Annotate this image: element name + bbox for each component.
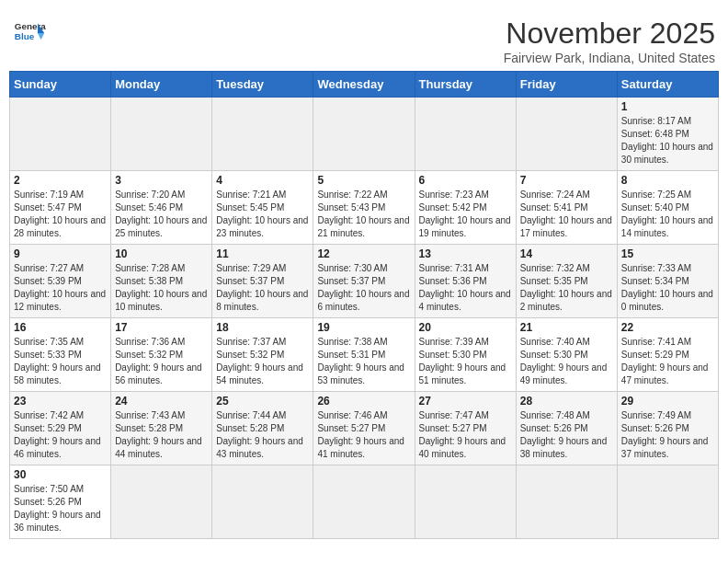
table-row: 7Sunrise: 7:24 AM Sunset: 5:41 PM Daylig…	[516, 171, 617, 245]
day-number: 23	[14, 395, 107, 408]
day-info: Sunrise: 7:37 AM Sunset: 5:32 PM Dayligh…	[216, 336, 309, 387]
day-info: Sunrise: 7:46 AM Sunset: 5:27 PM Dayligh…	[317, 409, 410, 461]
day-info: Sunrise: 7:22 AM Sunset: 5:43 PM Dayligh…	[317, 189, 410, 240]
table-row	[415, 465, 516, 539]
svg-text:Blue: Blue	[15, 31, 35, 41]
table-row	[212, 98, 313, 171]
table-row: 20Sunrise: 7:39 AM Sunset: 5:30 PM Dayli…	[415, 318, 516, 392]
table-row: 13Sunrise: 7:31 AM Sunset: 5:36 PM Dayli…	[415, 245, 516, 318]
table-row	[415, 98, 516, 171]
day-info: Sunrise: 7:27 AM Sunset: 5:39 PM Dayligh…	[14, 262, 107, 314]
day-number: 26	[317, 395, 410, 408]
day-info: Sunrise: 7:44 AM Sunset: 5:28 PM Dayligh…	[216, 409, 309, 461]
day-info: Sunrise: 7:33 AM Sunset: 5:34 PM Dayligh…	[621, 262, 714, 314]
table-row: 14Sunrise: 7:32 AM Sunset: 5:35 PM Dayli…	[516, 245, 617, 318]
day-number: 24	[115, 395, 208, 408]
day-info: Sunrise: 7:35 AM Sunset: 5:33 PM Dayligh…	[14, 336, 107, 387]
table-row: 30Sunrise: 7:50 AM Sunset: 5:26 PM Dayli…	[10, 465, 111, 539]
table-row: 21Sunrise: 7:40 AM Sunset: 5:30 PM Dayli…	[516, 318, 617, 392]
day-number: 22	[621, 321, 714, 334]
day-info: Sunrise: 7:28 AM Sunset: 5:38 PM Dayligh…	[115, 262, 208, 314]
day-info: Sunrise: 7:50 AM Sunset: 5:26 PM Dayligh…	[14, 483, 107, 534]
day-info: Sunrise: 7:36 AM Sunset: 5:32 PM Dayligh…	[115, 336, 208, 387]
day-number: 19	[317, 321, 410, 334]
page-header: General Blue November 2025 Fairview Park…	[9, 9, 719, 71]
header-monday: Monday	[111, 72, 212, 98]
title-block: November 2025 Fairview Park, Indiana, Un…	[504, 17, 715, 65]
table-row: 9Sunrise: 7:27 AM Sunset: 5:39 PM Daylig…	[10, 245, 111, 318]
header-thursday: Thursday	[415, 72, 516, 98]
table-row: 17Sunrise: 7:36 AM Sunset: 5:32 PM Dayli…	[111, 318, 212, 392]
table-row	[617, 465, 718, 539]
day-info: Sunrise: 7:24 AM Sunset: 5:41 PM Dayligh…	[520, 189, 613, 240]
day-number: 21	[520, 321, 613, 334]
header-sunday: Sunday	[10, 72, 111, 98]
table-row: 2Sunrise: 7:19 AM Sunset: 5:47 PM Daylig…	[10, 171, 111, 245]
day-info: Sunrise: 7:29 AM Sunset: 5:37 PM Dayligh…	[216, 262, 309, 314]
day-info: Sunrise: 7:25 AM Sunset: 5:40 PM Dayligh…	[621, 189, 714, 240]
day-number: 25	[216, 395, 309, 408]
table-row	[516, 465, 617, 539]
day-number: 2	[14, 174, 107, 187]
day-number: 28	[520, 395, 613, 408]
svg-marker-3	[38, 33, 44, 40]
calendar-table: Sunday Monday Tuesday Wednesday Thursday…	[9, 71, 719, 539]
table-row	[111, 465, 212, 539]
table-row: 4Sunrise: 7:21 AM Sunset: 5:45 PM Daylig…	[212, 171, 313, 245]
day-info: Sunrise: 7:21 AM Sunset: 5:45 PM Dayligh…	[216, 189, 309, 240]
location: Fairview Park, Indiana, United States	[504, 51, 715, 65]
weekday-header-row: Sunday Monday Tuesday Wednesday Thursday…	[10, 72, 719, 98]
header-friday: Friday	[516, 72, 617, 98]
day-number: 27	[419, 395, 512, 408]
day-number: 20	[419, 321, 512, 334]
day-info: Sunrise: 7:23 AM Sunset: 5:42 PM Dayligh…	[419, 189, 512, 240]
day-number: 8	[621, 174, 714, 187]
day-number: 6	[419, 174, 512, 187]
day-info: Sunrise: 7:19 AM Sunset: 5:47 PM Dayligh…	[14, 189, 107, 240]
day-info: Sunrise: 7:40 AM Sunset: 5:30 PM Dayligh…	[520, 336, 613, 387]
table-row: 11Sunrise: 7:29 AM Sunset: 5:37 PM Dayli…	[212, 245, 313, 318]
table-row: 5Sunrise: 7:22 AM Sunset: 5:43 PM Daylig…	[313, 171, 415, 245]
table-row: 27Sunrise: 7:47 AM Sunset: 5:27 PM Dayli…	[415, 392, 516, 465]
table-row	[313, 465, 415, 539]
day-number: 12	[317, 247, 410, 260]
day-info: Sunrise: 7:38 AM Sunset: 5:31 PM Dayligh…	[317, 336, 410, 387]
table-row: 6Sunrise: 7:23 AM Sunset: 5:42 PM Daylig…	[415, 171, 516, 245]
day-info: Sunrise: 8:17 AM Sunset: 6:48 PM Dayligh…	[621, 115, 714, 167]
logo: General Blue	[13, 17, 46, 50]
day-number: 11	[216, 247, 309, 260]
day-info: Sunrise: 7:43 AM Sunset: 5:28 PM Dayligh…	[115, 409, 208, 461]
table-row: 22Sunrise: 7:41 AM Sunset: 5:29 PM Dayli…	[617, 318, 718, 392]
table-row: 16Sunrise: 7:35 AM Sunset: 5:33 PM Dayli…	[10, 318, 111, 392]
table-row: 15Sunrise: 7:33 AM Sunset: 5:34 PM Dayli…	[617, 245, 718, 318]
table-row	[212, 465, 313, 539]
logo-icon: General Blue	[13, 17, 46, 50]
day-number: 18	[216, 321, 309, 334]
table-row: 12Sunrise: 7:30 AM Sunset: 5:37 PM Dayli…	[313, 245, 415, 318]
table-row: 26Sunrise: 7:46 AM Sunset: 5:27 PM Dayli…	[313, 392, 415, 465]
day-number: 17	[115, 321, 208, 334]
table-row: 1Sunrise: 8:17 AM Sunset: 6:48 PM Daylig…	[617, 98, 718, 171]
day-info: Sunrise: 7:32 AM Sunset: 5:35 PM Dayligh…	[520, 262, 613, 314]
table-row: 10Sunrise: 7:28 AM Sunset: 5:38 PM Dayli…	[111, 245, 212, 318]
day-number: 30	[14, 468, 107, 481]
day-number: 1	[621, 100, 714, 113]
header-tuesday: Tuesday	[212, 72, 313, 98]
day-number: 15	[621, 247, 714, 260]
day-info: Sunrise: 7:48 AM Sunset: 5:26 PM Dayligh…	[520, 409, 613, 461]
day-number: 29	[621, 395, 714, 408]
day-info: Sunrise: 7:39 AM Sunset: 5:30 PM Dayligh…	[419, 336, 512, 387]
table-row: 23Sunrise: 7:42 AM Sunset: 5:29 PM Dayli…	[10, 392, 111, 465]
table-row: 19Sunrise: 7:38 AM Sunset: 5:31 PM Dayli…	[313, 318, 415, 392]
header-saturday: Saturday	[617, 72, 718, 98]
table-row: 28Sunrise: 7:48 AM Sunset: 5:26 PM Dayli…	[516, 392, 617, 465]
table-row: 29Sunrise: 7:49 AM Sunset: 5:26 PM Dayli…	[617, 392, 718, 465]
day-info: Sunrise: 7:41 AM Sunset: 5:29 PM Dayligh…	[621, 336, 714, 387]
day-info: Sunrise: 7:31 AM Sunset: 5:36 PM Dayligh…	[419, 262, 512, 314]
table-row: 3Sunrise: 7:20 AM Sunset: 5:46 PM Daylig…	[111, 171, 212, 245]
day-info: Sunrise: 7:42 AM Sunset: 5:29 PM Dayligh…	[14, 409, 107, 461]
header-wednesday: Wednesday	[313, 72, 415, 98]
day-number: 9	[14, 247, 107, 260]
table-row: 25Sunrise: 7:44 AM Sunset: 5:28 PM Dayli…	[212, 392, 313, 465]
day-info: Sunrise: 7:49 AM Sunset: 5:26 PM Dayligh…	[621, 409, 714, 461]
